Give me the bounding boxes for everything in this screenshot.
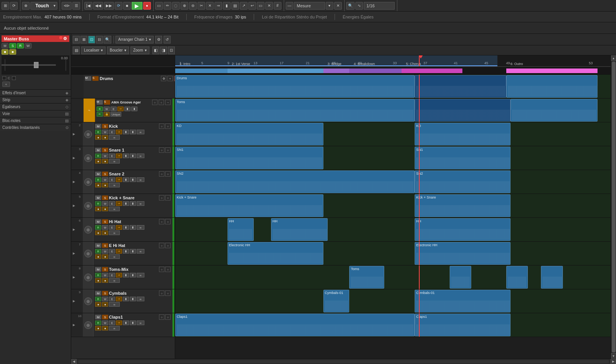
tool-trim[interactable]: ▮ (223, 2, 231, 10)
tool-grid[interactable]: # (274, 2, 281, 10)
c1-6[interactable]: ▮ (123, 225, 129, 230)
w-6[interactable]: W (102, 225, 108, 230)
touch-icon[interactable]: ⊕ (22, 2, 30, 10)
btn-m-4[interactable]: M (95, 172, 101, 176)
loop-9[interactable]: ∞ (109, 302, 120, 307)
drums-eq[interactable]: ≈ (167, 76, 173, 81)
tempo-arrow[interactable]: ▾ (326, 2, 333, 10)
inf-7[interactable]: ∞ (137, 249, 144, 254)
o1-10[interactable]: ○ (159, 314, 164, 320)
tool-cross[interactable]: ✕ (265, 2, 273, 10)
send-5[interactable]: ⇒ (116, 201, 122, 206)
section-voie[interactable]: Voie ▤ (0, 110, 71, 117)
c2-9[interactable]: ▮ (130, 297, 136, 301)
tomsmix-clip-2[interactable] (450, 266, 472, 289)
inf-3[interactable]: ∞ (137, 154, 144, 158)
scroll-left-btn[interactable]: ◀ (71, 359, 77, 364)
o2-9[interactable]: ○ (165, 291, 171, 296)
btn-s-5[interactable]: S (102, 195, 108, 200)
tool-select[interactable]: ▭ (155, 2, 163, 10)
w-2[interactable]: W (102, 130, 108, 134)
tempo-minus[interactable]: — (286, 2, 293, 10)
tool-pencil[interactable]: ✏ (164, 2, 171, 10)
tool-zoom-in[interactable]: ⊕ (181, 2, 188, 10)
io-btn2[interactable]: ☰ (72, 2, 80, 10)
c1-5[interactable]: ▮ (123, 201, 129, 206)
fold-6[interactable]: ▶ (71, 218, 77, 241)
fold-2[interactable]: ▶ (71, 122, 77, 146)
loop-3[interactable]: ∞ (109, 159, 120, 164)
master-btn-s[interactable]: S (9, 43, 16, 48)
o2-4[interactable]: ○ (165, 171, 171, 177)
sn2-clip-1[interactable]: SN2 (175, 170, 415, 193)
btn-s-4[interactable]: S (102, 172, 108, 176)
fader1-7[interactable]: ■ (95, 254, 101, 259)
master-btn-r[interactable]: R (17, 43, 24, 48)
w-4[interactable]: W (102, 177, 108, 182)
drums-btn-s[interactable]: S (92, 76, 99, 81)
tool-bend[interactable]: ↩ (248, 2, 256, 10)
o1-4[interactable]: ○ (159, 171, 164, 177)
btn-m-10[interactable]: M (95, 315, 101, 319)
tomsmix-clip-3[interactable] (506, 266, 528, 289)
c1-4[interactable]: ▮ (123, 177, 129, 182)
c1-9[interactable]: ▮ (123, 297, 129, 301)
h-scroll-thumb[interactable] (78, 360, 609, 363)
transport-loop[interactable]: ⟳ (115, 2, 122, 10)
ama-c2[interactable]: ▮ (131, 107, 137, 111)
master-btn-2[interactable]: ■ (9, 49, 16, 55)
inf-9[interactable]: ∞ (137, 297, 144, 301)
w-5[interactable]: W (102, 201, 108, 206)
ama-lock[interactable]: 🔒 (104, 112, 110, 117)
fold-4[interactable]: ▶ (71, 170, 77, 194)
arr-settings-btn[interactable]: ⚙ (155, 36, 162, 43)
o1-9[interactable]: ○ (159, 291, 164, 296)
o2-5[interactable]: ○ (165, 195, 171, 200)
arr-view-btn2[interactable]: ⊠ (80, 36, 87, 43)
drums-btn-m[interactable]: M (85, 76, 91, 81)
scroll-down-btn[interactable]: ▼ (611, 353, 616, 359)
btn-m-7[interactable]: M (95, 243, 101, 248)
tool-glue[interactable]: ⇒ (214, 2, 222, 10)
tool-draw[interactable]: ↗ (240, 2, 248, 10)
tomsmix-clip-1[interactable]: Toms (349, 266, 384, 289)
o2-6[interactable]: ○ (165, 219, 171, 224)
e-9[interactable]: E (109, 297, 115, 301)
fold-7[interactable]: ▶ (71, 242, 77, 265)
btn-s-8[interactable]: S (102, 267, 108, 272)
arr-view-btn1[interactable]: ⊟ (73, 36, 80, 43)
fold-9[interactable]: ▶ (71, 289, 77, 313)
kd-clip-2[interactable]: KD (415, 123, 511, 145)
send-2[interactable]: ⇒ (116, 130, 122, 134)
drums-settings[interactable]: ⚙ (161, 76, 166, 81)
tool-eraser[interactable]: ◌ (172, 2, 180, 10)
ama-o2[interactable]: ○ (159, 100, 164, 105)
fader2-8[interactable]: ■ (102, 278, 108, 283)
r-6[interactable]: R (95, 225, 101, 230)
inf-10[interactable]: ∞ (137, 321, 144, 325)
ama-w[interactable]: W (104, 107, 110, 111)
wave-icon[interactable]: ∿ (355, 2, 363, 10)
btn-s-9[interactable]: S (102, 291, 108, 296)
drums-clip-3[interactable] (506, 75, 598, 98)
master-eq-btn[interactable]: ≈ (2, 82, 10, 87)
c2-7[interactable]: ▮ (130, 249, 136, 254)
section-insert-effects[interactable]: Effets d'Insert ◈ (0, 89, 71, 96)
toms-clip-1[interactable]: Toms (175, 99, 415, 122)
loop-7[interactable]: ∞ (109, 254, 120, 259)
grid-icon[interactable]: ⊞ (2, 2, 9, 10)
fader1-4[interactable]: ■ (95, 183, 101, 187)
master-btn-m[interactable]: M (2, 43, 8, 48)
btn-m-9[interactable]: M (95, 291, 101, 296)
localize-dropdown[interactable]: Localiser ▾ (81, 47, 105, 54)
touch-dropdown[interactable]: Touch ▾ (30, 2, 57, 10)
sn2-clip-2[interactable]: SN2 (415, 170, 511, 193)
btn-m-5[interactable]: M (95, 195, 101, 200)
fader1-9[interactable]: ■ (95, 302, 101, 307)
c2-5[interactable]: ▮ (130, 201, 136, 206)
section-equalizers[interactable]: Égaliseurs ◇ (0, 103, 71, 110)
o1-8[interactable]: ○ (159, 267, 164, 272)
r-7[interactable]: R (95, 249, 101, 254)
send-3[interactable]: ⇒ (116, 154, 122, 158)
arr-view-btn4[interactable]: ⊟ (96, 36, 103, 43)
